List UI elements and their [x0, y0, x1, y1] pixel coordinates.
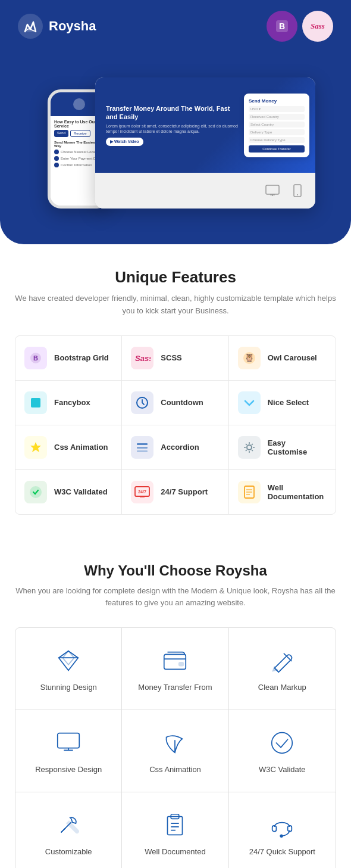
svg-point-47: [280, 835, 283, 838]
owl-carousel-label: Owl Carousel: [268, 353, 317, 362]
watch-video-btn[interactable]: ▶ Watch Video: [106, 138, 143, 146]
bootstrap-grid-icon: B: [24, 347, 47, 369]
css-animation-label: Css Animation: [54, 443, 108, 452]
why-item-css-animattion: Css Animattion: [122, 710, 228, 792]
header-top: Roysha B Sass: [18, 11, 333, 42]
diamond-icon: [54, 646, 83, 676]
why-title: Why You'll Choose Roysha: [15, 562, 336, 579]
svg-rect-3: [266, 185, 279, 194]
feature-item-accordion: Accordion: [122, 425, 228, 470]
svg-rect-13: [31, 398, 40, 407]
leaf-icon: [160, 728, 190, 758]
why-item-label-0: Stunning Design: [40, 683, 96, 692]
clipboard-icon: [160, 810, 190, 840]
tablet-title: Transfer Money Around The World, Fast an…: [106, 104, 239, 122]
pencil-icon: [267, 646, 297, 676]
w3c-validated-label: W3C Validated: [54, 487, 108, 496]
w3c-validated-icon: [24, 481, 47, 503]
select-country-field[interactable]: Select Country: [249, 122, 305, 127]
continue-transfer-btn[interactable]: Continue Transfer: [249, 145, 305, 153]
tablet-content: Transfer Money Around The World, Fast an…: [101, 99, 244, 151]
svg-point-19: [247, 445, 252, 450]
feature-item-fancybox: Fancybox: [15, 381, 122, 425]
svg-point-7: [297, 194, 298, 195]
send-amount-field[interactable]: USD ▾: [249, 106, 305, 112]
svg-rect-32: [179, 662, 184, 666]
monitor-icon: [54, 728, 83, 758]
svg-rect-31: [164, 655, 186, 670]
why-item-label-5: W3C Validate: [259, 765, 306, 774]
why-item-clean-markup: Clean Markup: [229, 628, 336, 710]
nice-select-icon: [238, 391, 261, 414]
why-item-label-7: Well Documented: [145, 847, 205, 856]
why-item-well-documented: Well Documented: [122, 792, 228, 868]
tablet-mockup: Transfer Money Around The World, Fast an…: [95, 77, 315, 209]
svg-point-20: [30, 487, 41, 497]
why-item-label-8: 24/7 Quick Support: [249, 847, 315, 856]
svg-text:B: B: [279, 21, 285, 31]
svg-point-0: [18, 14, 43, 39]
delivery-type-field[interactable]: Delivery Type: [249, 129, 305, 135]
nice-select-label: Nice Select: [268, 398, 309, 407]
feature-item-scss: SassSCSS: [122, 336, 228, 381]
easy-customise-icon: [238, 436, 261, 459]
why-item-money-transfer-from: Money Transfer From: [122, 628, 228, 710]
svg-text:🦉: 🦉: [245, 353, 255, 363]
feature-item-easy-customise: Easy Customise: [229, 425, 336, 470]
scss-label: SCSS: [161, 353, 181, 362]
tablet-icon-1: [265, 185, 280, 197]
tablet-bottom: [95, 173, 315, 209]
tools-icon: [54, 810, 83, 840]
features-grid: BBootstrap GridSassSCSS🦉Owl CarouselFanc…: [15, 335, 336, 515]
svg-marker-15: [30, 442, 41, 452]
device-area: How Easy to Use Our Service Send Receive…: [18, 54, 333, 209]
feature-item-w3c-validated: W3C Validated: [15, 470, 122, 514]
owl-carousel-icon: 🦉: [238, 347, 261, 369]
feature-item-24/7-support: 24/724/7 Support: [122, 470, 228, 514]
feature-item-nice-select: Nice Select: [229, 381, 336, 425]
why-section: Why You'll Choose Roysha When you are lo…: [0, 539, 351, 868]
headset-icon: [267, 810, 297, 840]
svg-rect-34: [58, 733, 79, 748]
feature-item-well-documentation: Well Documentation: [229, 470, 336, 514]
svg-marker-28: [59, 651, 79, 671]
phone-btn-primary[interactable]: Send: [54, 130, 68, 137]
logo-icon: [18, 14, 43, 39]
why-item-customizable: Customizable: [15, 792, 122, 868]
accordion-label: Accordion: [161, 443, 199, 452]
well-documentation-icon: [238, 481, 261, 503]
feature-item-countdown: Countdown: [122, 381, 228, 425]
countdown-label: Countdown: [161, 398, 203, 407]
tablet-desc: Lorem ipsum dolor sit amet, consectetur …: [106, 123, 239, 134]
easy-customise-label: Easy Customise: [268, 438, 327, 456]
fancybox-icon: [24, 391, 47, 414]
countdown-icon: [131, 391, 153, 414]
css-animation-icon: [24, 436, 47, 459]
svg-rect-16: [137, 443, 148, 445]
svg-text:Sass: Sass: [135, 354, 151, 363]
why-subtitle: When you are looking for complete design…: [15, 585, 336, 610]
why-item-label-6: Customizable: [45, 847, 92, 856]
wallet-icon: [160, 646, 190, 676]
why-item-label-4: Css Animattion: [149, 765, 201, 774]
svg-line-39: [61, 828, 66, 833]
why-item-24-7-quick-support: 24/7 Quick Support: [229, 792, 336, 868]
phone-btn-outline[interactable]: Receive: [70, 130, 90, 137]
svg-rect-18: [137, 450, 148, 452]
feature-item-owl-carousel: 🦉Owl Carousel: [229, 336, 336, 381]
tablet-icon-2: [292, 184, 303, 197]
why-item-label-1: Money Transfer From: [138, 683, 212, 692]
features-section: Unique Features We have created develope…: [0, 244, 351, 539]
svg-rect-17: [137, 447, 148, 449]
scss-icon: Sass: [131, 347, 153, 369]
header: Roysha B Sass How Easy to Use Our S: [0, 0, 351, 244]
bootstrap-badge: B: [267, 11, 297, 42]
choose-delivery-field[interactable]: Choose Delivery Type: [249, 137, 305, 143]
svg-text:B: B: [33, 354, 38, 362]
24/7-support-icon: 24/7: [131, 481, 153, 503]
features-subtitle: We have created developer friendly, mini…: [15, 293, 336, 318]
fancybox-label: Fancybox: [54, 398, 90, 407]
feature-item-bootstrap-grid: BBootstrap Grid: [15, 336, 122, 381]
well-documentation-label: Well Documentation: [268, 483, 327, 501]
received-country-field[interactable]: Received Country: [249, 114, 305, 120]
